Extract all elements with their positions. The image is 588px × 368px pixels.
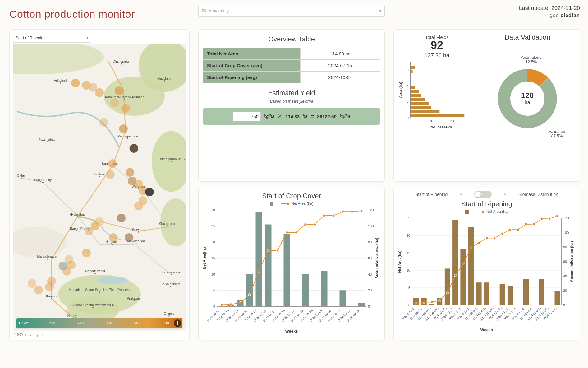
svg-text:10: 10 (407, 268, 410, 272)
svg-text:87.5%: 87.5% (551, 133, 563, 138)
svg-text:10: 10 (429, 119, 433, 123)
svg-text:Ramagundam: Ramagundam (117, 134, 138, 138)
svg-point-85 (117, 214, 126, 222)
svg-point-84 (134, 202, 143, 210)
svg-text:20: 20 (563, 289, 567, 292)
svg-rect-233 (508, 286, 513, 305)
svg-point-255 (556, 215, 558, 217)
svg-rect-230 (476, 282, 482, 305)
svg-text:60: 60 (368, 256, 372, 260)
svg-point-251 (525, 223, 527, 226)
svg-point-90 (125, 233, 133, 242)
svg-text:Gundla-Brahmeswaram WLS: Gundla-Brahmeswaram WLS (72, 303, 114, 307)
svg-text:120: 120 (368, 208, 374, 212)
svg-point-170 (258, 270, 260, 272)
fields-count: 92 (431, 40, 443, 51)
yield-input[interactable] (233, 112, 261, 121)
svg-text:Area (ha): Area (ha) (398, 82, 403, 98)
svg-rect-164 (340, 290, 346, 306)
svg-text:30: 30 (211, 208, 215, 212)
svg-point-46 (47, 259, 48, 260)
svg-point-74 (119, 124, 128, 133)
svg-text:25: 25 (211, 224, 215, 228)
overview-table: Total Net Area114.83 haStart of Crop Cov… (203, 48, 380, 83)
map-info-icon[interactable]: i (174, 319, 181, 327)
svg-rect-121 (411, 86, 415, 89)
svg-rect-231 (484, 282, 489, 305)
svg-text:20: 20 (368, 288, 372, 292)
svg-point-95 (58, 262, 67, 270)
svg-point-9 (97, 277, 128, 284)
svg-point-70 (115, 86, 123, 95)
dv-title: Data Validation (504, 33, 550, 41)
svg-text:0: 0 (408, 303, 410, 307)
svg-point-177 (323, 214, 325, 217)
chevron-down-icon: ▾ (379, 9, 381, 13)
svg-text:15: 15 (407, 251, 410, 255)
svg-point-181 (360, 210, 363, 212)
ripening-panel: Start of Ripening Biomass Distribution S… (393, 188, 580, 340)
svg-text:120: 120 (563, 216, 569, 220)
svg-point-78 (126, 168, 134, 177)
svg-text:0: 0 (213, 305, 215, 308)
chart-mode-toggle[interactable] (474, 191, 492, 198)
svg-point-174 (295, 231, 297, 234)
svg-point-26 (99, 176, 100, 177)
svg-point-42 (112, 244, 113, 245)
svg-text:Chandrapur: Chandrapur (113, 59, 130, 63)
svg-rect-226 (445, 268, 450, 305)
svg-text:2: 2 (407, 100, 409, 104)
svg-point-244 (470, 247, 472, 249)
svg-point-56 (51, 298, 52, 299)
svg-point-180 (351, 210, 353, 213)
svg-text:10: 10 (211, 273, 215, 276)
svg-point-243 (462, 263, 464, 265)
svg-rect-232 (500, 284, 505, 305)
svg-point-10 (60, 82, 61, 84)
svg-point-172 (276, 249, 279, 252)
svg-point-179 (342, 210, 344, 213)
svg-point-178 (332, 214, 335, 217)
svg-point-242 (454, 274, 457, 277)
svg-text:80: 80 (368, 240, 372, 244)
svg-text:Eturnagaram WLS: Eturnagaram WLS (158, 157, 185, 161)
doy-legend: DOY* 220 240 260 280 300 (16, 318, 182, 328)
ripening-chart: 05101520250204060801001202024-07-29 ..20… (397, 215, 577, 327)
svg-rect-123 (411, 66, 415, 69)
map-layer-select[interactable]: Start of Ripening ▾ (13, 33, 91, 43)
svg-point-44 (136, 243, 137, 245)
yield-title: Estimated Yield (268, 89, 315, 97)
svg-text:No. of Fields: No. of Fields (430, 125, 453, 129)
svg-rect-163 (321, 271, 328, 306)
svg-point-241 (446, 292, 449, 294)
toggle-dot-icon (460, 193, 462, 195)
svg-text:5: 5 (408, 286, 410, 290)
svg-point-36 (79, 231, 80, 232)
svg-point-60 (92, 307, 94, 308)
svg-point-18 (47, 141, 48, 142)
filter-entity-select[interactable]: Filter by entity... ▾ (198, 5, 385, 17)
svg-text:80: 80 (563, 245, 567, 249)
svg-rect-157 (246, 274, 253, 306)
svg-point-54 (99, 291, 100, 293)
yield-row: kg/ha ✳ 114.83 ha = 86122.50 kg/ha (203, 108, 380, 125)
svg-point-16 (124, 99, 125, 100)
svg-text:40: 40 (368, 273, 372, 276)
svg-point-239 (430, 301, 433, 303)
svg-text:Gadchiroli: Gadchiroli (157, 77, 172, 80)
rp-title: Start of Ripening (461, 200, 512, 208)
svg-text:6: 6 (407, 68, 409, 72)
svg-text:120: 120 (521, 91, 534, 100)
svg-text:Anomalous: Anomalous (521, 55, 541, 60)
map-canvas[interactable]: AdilabadChandrapurGadchiroliKumuram-Bhee… (13, 44, 186, 331)
table-row: Total Net Area114.83 ha (203, 48, 380, 60)
svg-rect-165 (358, 303, 365, 306)
map-panel: Start of Ripening ▾ (9, 29, 190, 340)
svg-text:5: 5 (213, 288, 215, 292)
svg-point-34 (77, 216, 78, 217)
svg-text:Accumulative area (ha): Accumulative area (ha) (570, 241, 574, 282)
svg-point-91 (82, 249, 91, 257)
svg-text:Nagarkurnool: Nagarkurnool (85, 269, 105, 273)
svg-rect-119 (411, 94, 421, 97)
svg-point-176 (314, 223, 316, 226)
